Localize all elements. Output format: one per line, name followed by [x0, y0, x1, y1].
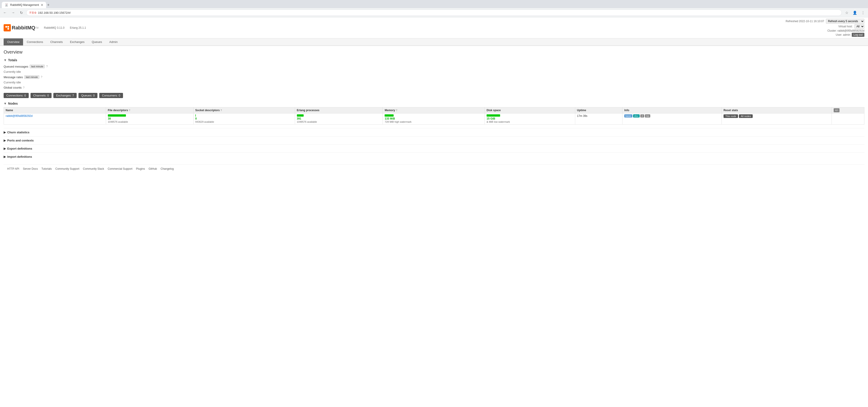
- socket-desc-value: 0: [195, 117, 197, 120]
- connections-stat-button[interactable]: Connections: 0: [4, 93, 29, 98]
- exchanges-stat-button[interactable]: Exchanges: 7: [53, 93, 76, 98]
- node-reset-stats: This node All nodes: [721, 114, 832, 125]
- info-badge-basic: basic: [624, 114, 632, 118]
- ports-contexts-header[interactable]: ▶ Ports and contexts: [4, 138, 864, 143]
- totals-title: ▼ Totals: [4, 58, 864, 62]
- profile-button[interactable]: 👤: [852, 9, 858, 16]
- disk-value: 15 GiB: [487, 117, 495, 120]
- export-definitions-header[interactable]: ▶ Export definitions: [4, 147, 864, 151]
- info-badge-disc: disc: [633, 114, 640, 118]
- churn-collapse-icon: ▶: [4, 131, 6, 134]
- col-memory: Memory ?: [383, 107, 485, 114]
- global-counts-help-icon[interactable]: ?: [23, 86, 25, 89]
- footer-link-github[interactable]: GitHub: [149, 167, 157, 170]
- app-header: RabbitMQ TM RabbitMQ 3.11.0 Erlang 25.1.…: [0, 18, 868, 38]
- virtual-host-select[interactable]: All: [855, 24, 864, 29]
- node-info: basic disc 2 rss: [622, 114, 722, 125]
- nodes-table-body: rabbit@95fa9858292d 38 1048576 available: [4, 114, 864, 125]
- rabbitmq-logo-svg: [4, 25, 10, 31]
- info-badge-2: 2: [640, 114, 644, 118]
- queued-messages-help-icon[interactable]: ?: [46, 65, 48, 68]
- tab-close-button[interactable]: ✕: [41, 3, 43, 7]
- tab-admin[interactable]: Admin: [105, 38, 121, 45]
- nav-tabs: Overview Connections Channels Exchanges …: [0, 38, 868, 46]
- extensions-button[interactable]: ⋮: [860, 9, 866, 16]
- tab-connections[interactable]: Connections: [23, 38, 46, 45]
- socket-desc-progress-container: [195, 114, 293, 117]
- node-file-descriptors: 38 1048576 available: [106, 114, 193, 125]
- import-definitions-header[interactable]: ▶ Import definitions: [4, 155, 864, 159]
- virtual-host-label: Virtual host:: [838, 25, 852, 28]
- logo-icon: [4, 24, 11, 31]
- global-counts-label: Global counts: [4, 86, 22, 89]
- footer-link-tutorials[interactable]: Tutorials: [41, 167, 52, 170]
- reload-button[interactable]: ↻: [18, 9, 24, 16]
- footer-link-server-docs[interactable]: Server Docs: [23, 167, 38, 170]
- memory-help-icon[interactable]: ?: [396, 109, 398, 112]
- footer-link-http-api[interactable]: HTTP API: [7, 167, 19, 170]
- refresh-interval-select[interactable]: Refresh every 5 seconds Refresh every 10…: [826, 19, 864, 24]
- ports-contexts-section: ▶ Ports and contexts: [4, 136, 864, 143]
- disk-progress-bar: [487, 114, 500, 117]
- reset-all-nodes-button[interactable]: All nodes: [739, 114, 753, 118]
- node-socket-descriptors: 0 943629 available: [193, 114, 295, 125]
- message-rates-time-badge: last minute: [24, 75, 39, 79]
- memory-watermark: 728 MiB high watermark: [384, 121, 411, 123]
- tab-overview[interactable]: Overview: [4, 38, 23, 45]
- file-desc-progress-bar: [108, 114, 126, 117]
- tab-favicon: 🐰: [4, 3, 8, 7]
- page-title: Overview: [4, 50, 864, 55]
- queued-messages-row: Queued messages last minute ?: [4, 65, 864, 68]
- memory-progress-bar: [384, 114, 394, 117]
- tab-bar: 🐰 RabbitMQ Management ✕ +: [0, 0, 868, 8]
- nodes-collapse-arrow[interactable]: ▼: [4, 102, 7, 105]
- socket-descriptors-help-icon[interactable]: ?: [220, 109, 222, 112]
- footer-link-plugins[interactable]: Plugins: [136, 167, 145, 170]
- stats-buttons: Connections: 0 Channels: 0 Exchanges: 7 …: [4, 93, 864, 98]
- totals-collapse-arrow[interactable]: ▼: [4, 58, 7, 62]
- channels-stat-button[interactable]: Channels: 0: [31, 93, 52, 98]
- node-name-link[interactable]: rabbit@95fa9858292d: [6, 114, 33, 118]
- rabbitmq-version: RabbitMQ 3.11.0: [44, 26, 64, 29]
- import-definitions-label: Import definitions: [7, 155, 32, 158]
- import-collapse-icon: ▶: [4, 155, 6, 158]
- reset-this-node-button[interactable]: This node: [723, 114, 738, 118]
- logout-button[interactable]: Log out: [852, 33, 864, 37]
- message-rates-help-icon[interactable]: ?: [41, 75, 42, 79]
- tab-title: RabbitMQ Management: [10, 3, 39, 6]
- churn-statistics-section: ▶ Churn statistics: [4, 128, 864, 134]
- churn-statistics-header[interactable]: ▶ Churn statistics: [4, 130, 864, 134]
- footer-link-commercial-support[interactable]: Commercial Support: [107, 167, 132, 170]
- back-button[interactable]: ←: [2, 9, 8, 16]
- user-row: User: admin Log out: [836, 33, 864, 37]
- node-erlang-processes: 391 1048576 available: [295, 114, 383, 125]
- active-tab: 🐰 RabbitMQ Management ✕: [2, 2, 46, 8]
- file-desc-available: 1048576 available: [108, 121, 128, 123]
- address-bar[interactable]: 不安全 192.168.50.190:15672/#/: [26, 9, 842, 16]
- logo-area: RabbitMQ TM RabbitMQ 3.11.0 Erlang 25.1.…: [4, 24, 86, 31]
- node-extra: [832, 114, 864, 125]
- nodes-table: Name File descriptors ? Socket descripto…: [4, 107, 864, 125]
- node-uptime: 17m 39s: [575, 114, 622, 125]
- tab-queues[interactable]: Queues: [88, 38, 106, 45]
- file-descriptors-help-icon[interactable]: ?: [129, 109, 130, 112]
- footer-link-changelog[interactable]: Changelog: [160, 167, 174, 170]
- new-tab-button[interactable]: +: [47, 3, 50, 7]
- consumers-stat-button[interactable]: Consumers: 0: [99, 93, 123, 98]
- footer-link-community-slack[interactable]: Community Slack: [83, 167, 104, 170]
- footer-link-community-support[interactable]: Community Support: [55, 167, 80, 170]
- url-display: 192.168.50.190:15672/#/: [38, 11, 71, 14]
- tab-channels[interactable]: Channels: [46, 38, 66, 45]
- disk-watermark: & MiB low watermark: [487, 121, 510, 123]
- nodes-label: Nodes: [8, 102, 18, 105]
- forward-button[interactable]: →: [10, 9, 16, 16]
- table-row: rabbit@95fa9858292d 38 1048576 available: [4, 114, 864, 125]
- bookmark-button[interactable]: ☆: [844, 9, 850, 16]
- tab-exchanges[interactable]: Exchanges: [66, 38, 88, 45]
- export-collapse-icon: ▶: [4, 147, 6, 150]
- queues-stat-button[interactable]: Queues: 0: [79, 93, 97, 98]
- plus-minus-button[interactable]: +/-: [834, 108, 839, 112]
- erlang-version: Erlang 25.1.1: [70, 26, 86, 29]
- node-disk-space: 15 GiB & MiB low watermark: [485, 114, 575, 125]
- svg-rect-2: [7, 26, 9, 28]
